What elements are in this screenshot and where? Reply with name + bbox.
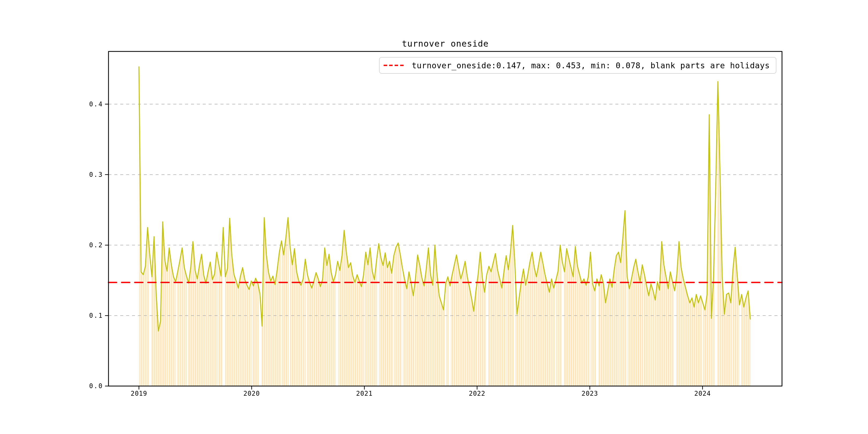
figure: turnover oneside turnover_oneside:0.147,… [0,0,868,434]
y-tick-label: 0.4 [79,100,103,108]
y-tick-label: 0.0 [79,382,103,390]
legend-dashed-line-sample [383,64,404,67]
x-tick-label: 2020 [243,390,260,397]
x-tick-label: 2023 [582,390,598,397]
y-tick-label: 0.2 [79,241,103,249]
legend: turnover_oneside:0.147, max: 0.453, min:… [379,57,776,74]
x-tick-label: 2024 [694,390,711,397]
chart-title: turnover oneside [402,38,489,49]
x-tick-label: 2022 [469,390,486,397]
y-tick-label: 0.1 [79,312,103,319]
legend-label: turnover_oneside:0.147, max: 0.453, min:… [412,61,770,70]
x-tick-label: 2021 [356,390,373,397]
x-tick-label: 2019 [131,390,147,397]
y-tick-label: 0.3 [79,171,103,179]
